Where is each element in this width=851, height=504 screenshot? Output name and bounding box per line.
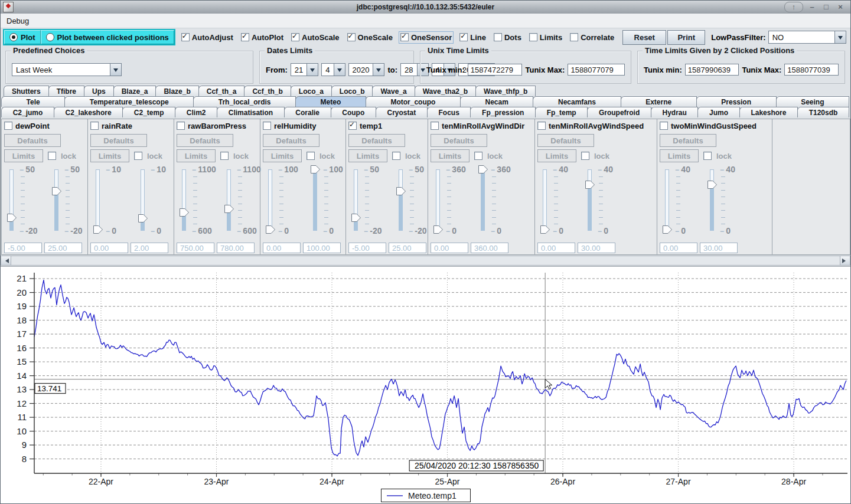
slider-thumb-icon[interactable]: [93, 225, 103, 234]
limits-button[interactable]: Limits: [177, 149, 216, 162]
max-limit-field[interactable]: 100.00: [303, 243, 341, 253]
lock-checkbox[interactable]: [220, 152, 229, 160]
tab-fp_temp[interactable]: Fp_temp: [535, 107, 588, 117]
minimize-icon[interactable]: –: [807, 2, 817, 12]
slider-left-relHumidity[interactable]: 1000: [265, 165, 299, 237]
tab-c2_temp[interactable]: C2_temp: [122, 107, 175, 117]
defaults-button[interactable]: Defaults: [177, 134, 233, 147]
toolbar-checkbox-onesensor[interactable]: OneSensor: [400, 33, 452, 42]
max-limit-field[interactable]: 30.00: [700, 243, 738, 253]
sensor-checkbox[interactable]: [90, 122, 99, 130]
limits-button[interactable]: Limits: [431, 149, 469, 162]
lock-checkbox[interactable]: [703, 152, 712, 160]
slider-thumb-icon[interactable]: [180, 208, 189, 217]
checkbox-icon[interactable]: [241, 33, 249, 41]
slider-thumb-icon[interactable]: [7, 214, 17, 222]
slider-track[interactable]: [665, 169, 669, 231]
slider-left-twoMinWindGustSpeed[interactable]: 400: [662, 165, 696, 237]
toolbar-checkbox-autoscale[interactable]: AutoScale: [291, 33, 340, 42]
defaults-button[interactable]: Defaults: [90, 134, 147, 147]
slider-left-tenMinRollAvgWindDir[interactable]: 3600: [433, 165, 467, 237]
defaults-button[interactable]: Defaults: [4, 134, 61, 147]
min-limit-field[interactable]: 0.00: [263, 243, 301, 253]
max-limit-field[interactable]: 780.00: [217, 243, 255, 253]
tab-ups[interactable]: Ups: [84, 86, 114, 96]
max-limit-field[interactable]: 25.00: [44, 243, 82, 253]
min-limit-field[interactable]: 750.00: [177, 243, 214, 253]
toolbar-checkbox-autoadjust[interactable]: AutoAdjust: [181, 33, 233, 42]
max-limit-field[interactable]: 2.00: [131, 243, 168, 253]
slider-right-tenMinRollAvgWindSpeed[interactable]: 400: [585, 165, 619, 237]
min-limit-field[interactable]: 0.00: [537, 243, 575, 253]
slider-thumb-icon[interactable]: [52, 187, 61, 195]
sensor-checkbox[interactable]: [263, 122, 271, 130]
tab-coupo[interactable]: Coupo: [331, 107, 376, 117]
tab-blaze_b[interactable]: Blaze_b: [155, 86, 198, 96]
tab-ccf_th_b[interactable]: Ccf_th_b: [244, 86, 291, 96]
sensor-checkbox[interactable]: [177, 122, 185, 130]
tab-t120sdb[interactable]: T120sdb: [797, 107, 849, 117]
lock-checkbox[interactable]: [307, 152, 315, 160]
slider-thumb-icon[interactable]: [433, 225, 443, 234]
tab-loco_a[interactable]: Loco_a: [291, 86, 332, 96]
min-limit-field[interactable]: 0.00: [90, 243, 128, 253]
defaults-button[interactable]: Defaults: [348, 134, 405, 147]
from-month-select[interactable]: 4: [321, 63, 345, 76]
toolbar-checkbox-line[interactable]: Line: [459, 33, 486, 42]
reset-button[interactable]: Reset: [622, 30, 666, 45]
tab-cryostat[interactable]: Cryostat: [376, 107, 428, 117]
slider-right-tenMinRollAvgWindDir[interactable]: 3600: [478, 165, 512, 237]
plot-mode-between[interactable]: Plot between clicked positions: [41, 30, 174, 44]
tab-fp_pression[interactable]: Fp_pression: [470, 107, 536, 117]
tab-shutters[interactable]: Shutters: [4, 86, 49, 96]
chevron-down-icon[interactable]: [373, 64, 384, 76]
tab-necam[interactable]: Necam: [460, 96, 533, 107]
print-button[interactable]: Print: [667, 30, 705, 45]
tab-lakeshore[interactable]: Lakeshore: [739, 107, 798, 117]
defaults-button[interactable]: Defaults: [660, 134, 716, 147]
lock-checkbox[interactable]: [392, 152, 400, 160]
slider-thumb-icon[interactable]: [585, 181, 595, 189]
tab-externe[interactable]: Externe: [621, 96, 697, 107]
slider-left-temp1[interactable]: 50-20: [351, 165, 385, 237]
slider-left-dewPoint[interactable]: 50-20: [6, 165, 41, 237]
maximize-icon[interactable]: □: [821, 2, 832, 12]
tab-wave_tha2_b[interactable]: Wave_tha2_b: [415, 86, 476, 96]
sensor-checkbox[interactable]: [431, 122, 439, 130]
tab-c2_lakeshore[interactable]: C2_lakeshore: [54, 107, 123, 117]
checkbox-icon[interactable]: [181, 33, 190, 41]
limits-button[interactable]: Limits: [4, 149, 43, 162]
slider-thumb-icon[interactable]: [396, 187, 406, 195]
slider-thumb-icon[interactable]: [138, 214, 148, 222]
tab-c2_jumo[interactable]: C2_jumo: [1, 107, 54, 117]
scroll-right-button[interactable]: [840, 256, 850, 265]
defaults-button[interactable]: Defaults: [431, 134, 487, 147]
checkbox-icon[interactable]: [291, 33, 299, 41]
max-limit-field[interactable]: 25.00: [389, 243, 426, 253]
sensor-checkbox[interactable]: [660, 122, 668, 130]
min-limit-field[interactable]: 0.00: [431, 243, 468, 253]
checkbox-icon[interactable]: [400, 33, 409, 41]
tab-ccf_th_a[interactable]: Ccf_th_a: [198, 86, 245, 96]
slider-right-relHumidity[interactable]: 1000: [310, 165, 344, 237]
lock-checkbox[interactable]: [134, 152, 142, 160]
max-limit-field[interactable]: 30.00: [578, 243, 615, 253]
toolbar-checkbox-correlate[interactable]: Correlate: [570, 33, 614, 42]
checkbox-icon[interactable]: [494, 33, 502, 41]
slider-thumb-icon[interactable]: [707, 181, 717, 189]
tab-pression[interactable]: Pression: [696, 96, 777, 107]
slider-track[interactable]: [543, 169, 547, 231]
limits-button[interactable]: Limits: [263, 149, 302, 162]
chevron-down-icon[interactable]: [834, 31, 846, 43]
lock-checkbox[interactable]: [48, 152, 56, 160]
from-day-select[interactable]: 21: [291, 63, 318, 76]
slider-track[interactable]: [268, 169, 272, 231]
sensor-checkbox[interactable]: [537, 122, 546, 130]
slider-thumb-icon[interactable]: [224, 205, 234, 213]
slider-thumb-icon[interactable]: [311, 165, 320, 174]
max-limit-field[interactable]: 360.00: [471, 243, 508, 253]
slider-right-dewPoint[interactable]: 50-20: [51, 165, 86, 237]
close-icon[interactable]: ×: [835, 2, 846, 12]
temperature-chart[interactable]: 8910111213141516171819202122-Apr23-Apr24…: [1, 266, 851, 504]
predefined-choice-select[interactable]: Last Week: [12, 63, 122, 76]
